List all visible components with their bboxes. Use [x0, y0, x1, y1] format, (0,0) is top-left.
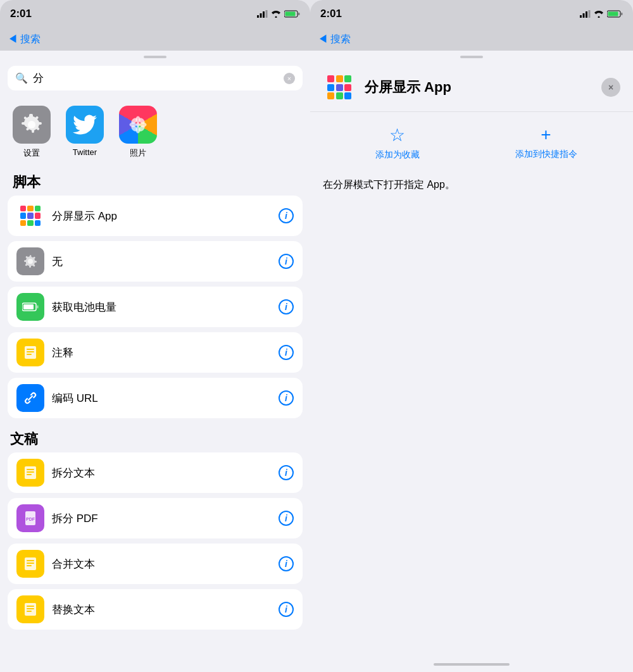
add-favorite-btn[interactable]: ☆ 添加为收藏 — [323, 125, 472, 161]
list-item-splitpdf[interactable]: PDF 拆分 PDF i — [8, 498, 303, 538]
add-shortcut-btn[interactable]: + 添加到快捷指令 — [472, 125, 620, 161]
photos-app-icon — [119, 106, 157, 144]
search-clear-btn[interactable]: × — [284, 73, 295, 84]
settings-app-label: 设置 — [23, 147, 40, 159]
right-status-icons — [580, 10, 623, 18]
mergetext-note-icon — [22, 556, 39, 572]
right-panel: 2:01 ◀ 搜索 — [310, 0, 633, 672]
link-icon — [22, 390, 39, 406]
wifi-icon — [271, 10, 281, 18]
list-item-battery[interactable]: 获取电池电量 i — [8, 287, 303, 327]
battery-green-icon — [22, 302, 39, 312]
svg-rect-33 — [27, 563, 34, 564]
splittext-note-icon — [22, 464, 39, 481]
left-status-bar: 2:01 — [0, 0, 310, 28]
add-shortcut-label: 添加到快捷指令 — [515, 149, 577, 160]
svg-rect-1 — [260, 13, 262, 18]
right-home-indicator — [310, 657, 633, 672]
splittext-info-btn[interactable]: i — [279, 465, 294, 480]
svg-point-8 — [136, 123, 140, 127]
left-status-icons — [257, 10, 300, 18]
left-scroll-area[interactable]: 分屏显示 App i 无 i 获取电池电量 — [0, 196, 310, 672]
svg-rect-0 — [257, 15, 259, 18]
splitpdf-label: 拆分 PDF — [52, 511, 271, 526]
svg-rect-5 — [285, 12, 296, 16]
left-back-btn[interactable]: ◀ 搜索 — [8, 33, 41, 46]
detail-action-row: ☆ 添加为收藏 + 添加到快捷指令 — [310, 112, 633, 167]
star-icon: ☆ — [389, 125, 405, 146]
svg-rect-20 — [37, 306, 39, 309]
detail-app-icon — [323, 71, 356, 104]
encodeurl-icon — [16, 384, 44, 412]
photos-flower-icon — [126, 113, 150, 137]
right-signal-icon — [580, 10, 591, 18]
encodeurl-label: 编码 URL — [52, 391, 271, 406]
svg-rect-38 — [27, 611, 32, 612]
fenpingxianshi-info-btn[interactable]: i — [279, 208, 294, 223]
svg-rect-6 — [298, 13, 300, 15]
right-home-bar — [434, 663, 510, 666]
replacetext-label: 替换文本 — [52, 602, 271, 617]
mergetext-icon — [16, 550, 44, 578]
svg-rect-37 — [27, 608, 34, 609]
settings-app-icon — [13, 106, 51, 144]
left-search-bar[interactable]: 🔍 分 × — [8, 66, 303, 90]
list-item-fenpingxianshi[interactable]: 分屏显示 App i — [8, 196, 303, 236]
splitpdf-info-btn[interactable]: i — [279, 511, 294, 526]
battery-label: 获取电池电量 — [52, 300, 271, 314]
twitter-app-label: Twitter — [73, 147, 97, 157]
left-nav-bar: ◀ 搜索 — [0, 28, 310, 51]
wu-info-btn[interactable]: i — [279, 254, 294, 269]
svg-rect-2 — [263, 11, 265, 18]
svg-rect-24 — [27, 354, 32, 355]
right-drag-handle — [460, 56, 483, 58]
svg-rect-32 — [27, 560, 34, 561]
detail-close-btn[interactable]: × — [601, 78, 620, 97]
svg-rect-28 — [27, 474, 32, 475]
left-time: 2:01 — [10, 8, 32, 20]
mergetext-label: 合并文本 — [52, 557, 271, 571]
battery-icon — [284, 10, 300, 18]
gear-icon — [20, 113, 44, 137]
replacetext-note-icon — [22, 601, 39, 618]
list-item-zhushi[interactable]: 注释 i — [8, 332, 303, 373]
right-wifi-icon — [594, 10, 604, 18]
svg-rect-22 — [27, 349, 34, 350]
replacetext-info-btn[interactable]: i — [279, 602, 294, 617]
list-item-mergetext[interactable]: 合并文本 i — [8, 544, 303, 584]
left-drag-handle — [144, 56, 166, 58]
list-item-encodeurl[interactable]: 编码 URL i — [8, 378, 303, 418]
app-item-twitter[interactable]: Twitter — [66, 106, 104, 159]
mergetext-info-btn[interactable]: i — [279, 556, 294, 571]
svg-rect-41 — [586, 11, 587, 18]
svg-rect-44 — [608, 12, 618, 16]
svg-rect-36 — [27, 606, 34, 607]
search-input[interactable]: 分 — [33, 71, 279, 85]
app-suggestions-row: 设置 Twitter — [0, 98, 310, 166]
fenpingxianshi-icon — [16, 202, 44, 230]
list-item-replacetext[interactable]: 替换文本 i — [8, 589, 303, 630]
svg-rect-39 — [580, 15, 582, 18]
wu-label: 无 — [52, 254, 271, 269]
detail-description: 在分屏模式下打开指定 App。 — [310, 167, 633, 202]
right-back-btn[interactable]: ◀ 搜索 — [318, 33, 351, 46]
battery-info-btn[interactable]: i — [279, 299, 294, 314]
svg-rect-27 — [27, 471, 34, 473]
add-favorite-label: 添加为收藏 — [375, 149, 420, 161]
battery-list-icon — [16, 293, 44, 321]
list-item-splittext[interactable]: 拆分文本 i — [8, 452, 303, 493]
fenpingxianshi-label: 分屏显示 App — [52, 209, 271, 223]
app-item-photos[interactable]: 照片 — [119, 106, 157, 159]
signal-icon — [257, 10, 268, 18]
docs-section-title: 文稿 — [8, 423, 303, 452]
svg-rect-3 — [266, 10, 268, 18]
wu-gear-icon — [23, 254, 38, 269]
right-battery-icon — [607, 10, 623, 18]
note-icon — [22, 344, 39, 361]
zhushi-info-btn[interactable]: i — [279, 345, 294, 360]
photos-app-label: 照片 — [130, 147, 146, 159]
app-item-settings[interactable]: 设置 — [13, 106, 51, 159]
list-item-wu[interactable]: 无 i — [8, 241, 303, 282]
twitter-bird-icon — [73, 115, 97, 135]
encodeurl-info-btn[interactable]: i — [279, 390, 294, 406]
